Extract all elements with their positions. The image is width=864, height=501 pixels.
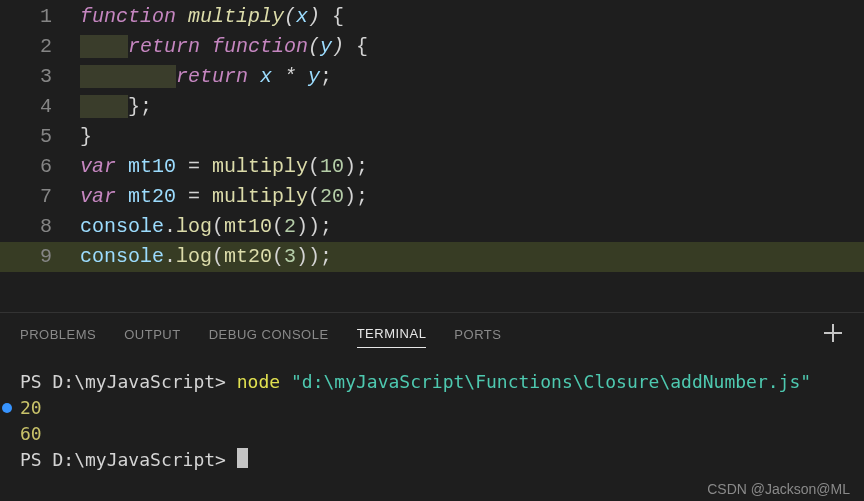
- code-line[interactable]: 3 return x * y;: [0, 62, 864, 92]
- terminal-cursor: [237, 448, 248, 468]
- terminal-dot-marker: [2, 403, 12, 413]
- code-line[interactable]: 7var mt20 = multiply(20);: [0, 182, 864, 212]
- code-content[interactable]: }: [80, 122, 864, 152]
- code-content[interactable]: var mt10 = multiply(10);: [80, 152, 864, 182]
- terminal-prompt-line[interactable]: PS D:\myJavaScript>: [20, 447, 844, 473]
- code-content[interactable]: function multiply(x) {: [80, 2, 864, 32]
- code-line[interactable]: 2 return function(y) {: [0, 32, 864, 62]
- terminal-view[interactable]: PS D:\myJavaScript> node "d:\myJavaScrip…: [0, 353, 864, 501]
- panel-tab-debug-console[interactable]: DEBUG CONSOLE: [209, 319, 329, 348]
- line-number: 7: [0, 182, 80, 212]
- code-line[interactable]: 4 };: [0, 92, 864, 122]
- line-number: 6: [0, 152, 80, 182]
- line-number: 4: [0, 92, 80, 122]
- panel-tab-ports[interactable]: PORTS: [454, 319, 501, 348]
- code-line[interactable]: 8console.log(mt10(2));: [0, 212, 864, 242]
- panel-tabs-row: PROBLEMSOUTPUTDEBUG CONSOLETERMINALPORTS: [0, 313, 864, 353]
- line-number: 3: [0, 62, 80, 92]
- line-number: 1: [0, 2, 80, 32]
- line-number: 5: [0, 122, 80, 152]
- code-line[interactable]: 9console.log(mt20(3));: [0, 242, 864, 272]
- editor-pane[interactable]: 1function multiply(x) {2 return function…: [0, 0, 864, 312]
- code-line[interactable]: 5}: [0, 122, 864, 152]
- workbench: 1function multiply(x) {2 return function…: [0, 0, 864, 501]
- line-number: 9: [0, 242, 80, 272]
- code-content[interactable]: return x * y;: [80, 62, 864, 92]
- new-terminal-icon[interactable]: [822, 322, 844, 344]
- code-content[interactable]: console.log(mt10(2));: [80, 212, 864, 242]
- line-number: 2: [0, 32, 80, 62]
- watermark-label: CSDN @Jackson@ML: [707, 481, 850, 497]
- panel-tab-output[interactable]: OUTPUT: [124, 319, 180, 348]
- panel-actions: [822, 322, 844, 344]
- bottom-panel: PROBLEMSOUTPUTDEBUG CONSOLETERMINALPORTS…: [0, 312, 864, 501]
- panel-tab-problems[interactable]: PROBLEMS: [20, 319, 96, 348]
- code-content[interactable]: console.log(mt20(3));: [80, 242, 864, 272]
- code-content[interactable]: };: [80, 92, 864, 122]
- terminal-output-line: 20: [20, 395, 844, 421]
- code-line[interactable]: 1function multiply(x) {: [0, 2, 864, 32]
- panel-tab-terminal[interactable]: TERMINAL: [357, 318, 427, 348]
- code-line[interactable]: 6var mt10 = multiply(10);: [0, 152, 864, 182]
- terminal-line: PS D:\myJavaScript> node "d:\myJavaScrip…: [20, 369, 844, 395]
- line-number: 8: [0, 212, 80, 242]
- terminal-output-line: 60: [20, 421, 844, 447]
- code-content[interactable]: var mt20 = multiply(20);: [80, 182, 864, 212]
- code-content[interactable]: return function(y) {: [80, 32, 864, 62]
